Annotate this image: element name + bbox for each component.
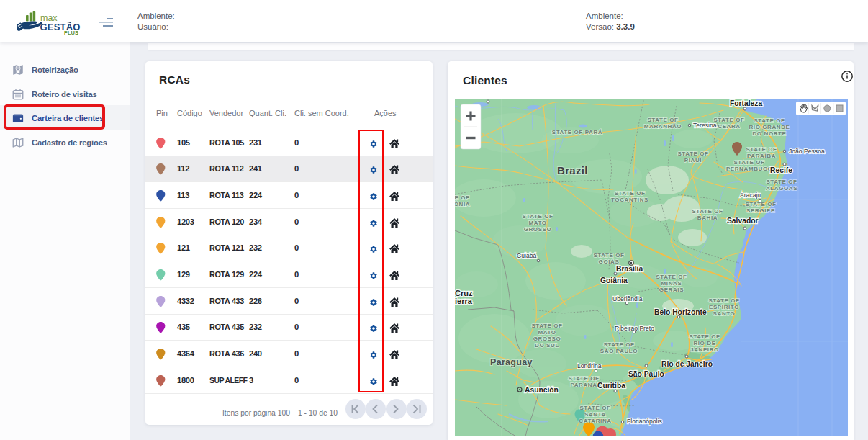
svg-text:STATE OFRIO GRANDEDO NORTE: STATE OFRIO GRANDEDO NORTE xyxy=(749,117,790,137)
svg-text:Brasília: Brasília xyxy=(616,265,643,273)
svg-text:Goiânia: Goiânia xyxy=(600,277,628,284)
svg-text:Aracaju: Aracaju xyxy=(740,192,761,199)
svg-text:STATE OFSÃO PAULO: STATE OFSÃO PAULO xyxy=(600,341,638,354)
svg-text:PLUS: PLUS xyxy=(64,30,78,36)
svg-text:Paraguay: Paraguay xyxy=(490,357,533,367)
svg-text:Fortaleza: Fortaleza xyxy=(730,99,762,107)
svg-text:STATE OFRIO DEJANEIRO: STATE OFRIO DEJANEIRO xyxy=(689,333,720,353)
svg-text:STATE OFESPÍRITOSANTO: STATE OFESPÍRITOSANTO xyxy=(708,297,739,317)
svg-text:Londrina: Londrina xyxy=(577,362,602,369)
svg-text:STATE OFPARAÍBA: STATE OFPARAÍBA xyxy=(746,146,777,159)
svg-text:Rio de Janeiro: Rio de Janeiro xyxy=(661,360,713,368)
svg-text:Cuiabá: Cuiabá xyxy=(517,252,536,259)
svg-text:Recife: Recife xyxy=(770,166,792,174)
svg-text:STATE OFALAGOAS: STATE OFALAGOAS xyxy=(766,179,797,192)
svg-text:João Pessoa: João Pessoa xyxy=(789,148,825,155)
svg-text:Florianópolis: Florianópolis xyxy=(627,418,662,425)
svg-text:STATE OFPARANÁ: STATE OFPARANÁ xyxy=(568,375,599,388)
svg-text:STATE OFTOCANTINS: STATE OFTOCANTINS xyxy=(611,190,648,203)
svg-text:Teresina: Teresina xyxy=(693,122,717,129)
svg-text:Belo Horizonte: Belo Horizonte xyxy=(654,308,707,316)
svg-text:E OFÔNIA: E OFÔNIA xyxy=(455,194,470,207)
svg-text:Cruzierra: Cruzierra xyxy=(455,289,473,305)
svg-text:STATE OFMARANHÃO: STATE OFMARANHÃO xyxy=(644,117,682,130)
svg-text:STATE OFSERGIPE: STATE OFSERGIPE xyxy=(745,201,776,214)
svg-text:São Paulo: São Paulo xyxy=(628,370,664,378)
svg-text:Ribeirao Preto: Ribeirao Preto xyxy=(615,325,654,332)
svg-text:STATE OF PARÁ: STATE OF PARÁ xyxy=(552,129,602,135)
svg-text:STATE OFMATOGROSSODO SUL: STATE OFMATOGROSSODO SUL xyxy=(531,323,562,349)
svg-text:Asunción: Asunción xyxy=(525,386,559,394)
svg-text:Uberlândia: Uberlândia xyxy=(612,295,643,302)
svg-text:Brazil: Brazil xyxy=(557,164,588,176)
svg-text:Curitiba: Curitiba xyxy=(597,382,625,390)
svg-text:Salvador: Salvador xyxy=(727,217,759,225)
svg-text:STATE OFCEARÁ: STATE OFCEARÁ xyxy=(713,117,744,130)
